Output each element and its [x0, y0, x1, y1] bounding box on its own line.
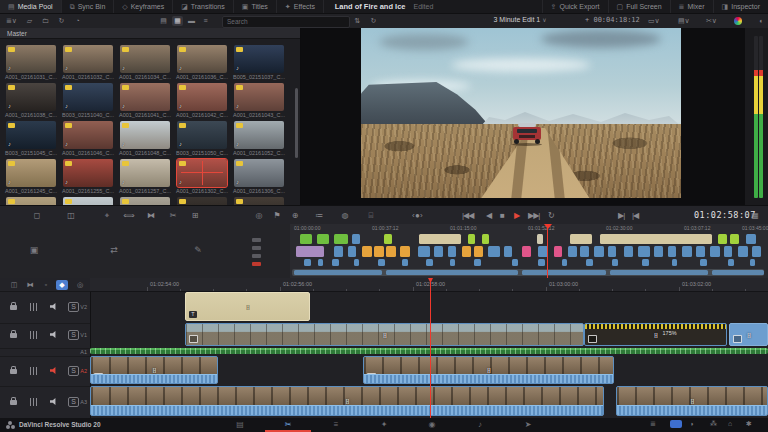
overview-clip-block[interactable]: [488, 246, 500, 257]
overview-clip-block[interactable]: [724, 246, 732, 257]
color-pinwheel-icon[interactable]: [734, 17, 742, 25]
overview-clip-block[interactable]: [378, 259, 385, 266]
overview-clip-block[interactable]: [696, 246, 705, 257]
solo-button[interactable]: S: [68, 302, 79, 312]
overview-audio-seg[interactable]: [610, 270, 708, 275]
media-clip[interactable]: ♪: [6, 159, 56, 187]
timeline-options-icon[interactable]: ≔: [312, 209, 326, 222]
media-clip[interactable]: ♪: [234, 45, 284, 73]
mute-speaker-icon[interactable]: [50, 331, 58, 338]
fader-icon[interactable]: [30, 303, 38, 311]
overview-clip-block[interactable]: [386, 246, 396, 257]
home-icon[interactable]: ⌂: [728, 420, 732, 427]
monitor-overlay-icon[interactable]: ▭∨: [648, 16, 659, 26]
trim-icon[interactable]: ⌖: [100, 209, 114, 222]
solo-button[interactable]: S: [68, 397, 79, 407]
video-frame[interactable]: [361, 28, 681, 198]
overview-clip-block[interactable]: [554, 246, 562, 257]
overview-audio-seg[interactable]: [386, 270, 518, 275]
clip-box-icon[interactable]: ◫: [8, 280, 20, 290]
camera-icon[interactable]: ⌸: [364, 209, 378, 222]
media-clip[interactable]: ♪: [177, 45, 227, 73]
media-clip[interactable]: ♪: [234, 159, 284, 187]
media-clip[interactable]: ♪: [6, 83, 56, 111]
mute-speaker-icon[interactable]: [50, 367, 58, 374]
overview-clip-block[interactable]: [384, 234, 392, 244]
track-indicator[interactable]: [252, 246, 261, 250]
overview-clip-block[interactable]: [672, 259, 677, 266]
overview-clip-block[interactable]: [374, 246, 384, 257]
overview-clip-block[interactable]: [700, 259, 707, 266]
audio-speaker-icon[interactable]: ◖: [755, 16, 766, 26]
overview-clip-block[interactable]: [426, 259, 433, 266]
overview-clip-block[interactable]: [538, 259, 545, 266]
lock-icon[interactable]: [10, 400, 17, 405]
overview-clip-block[interactable]: [352, 234, 360, 244]
timeline-clip-music[interactable]: [90, 348, 768, 354]
overview-audio-seg[interactable]: [712, 270, 764, 275]
overview-clip-block[interactable]: [562, 259, 567, 266]
settings-gear-icon[interactable]: ✱: [746, 420, 752, 428]
media-clip[interactable]: ♪: [63, 121, 113, 149]
overview-clip-block[interactable]: [296, 246, 324, 257]
refresh-icon[interactable]: ↻: [368, 16, 379, 26]
scissors-icon[interactable]: ✂∨: [706, 16, 717, 26]
trim-mode-icon[interactable]: ⧓: [24, 280, 36, 290]
overview-clip-block[interactable]: [462, 246, 471, 257]
timeline-clip-video[interactable]: [-]: [185, 323, 584, 346]
media-clip[interactable]: ♪: [6, 45, 56, 73]
loop-button[interactable]: ↻: [548, 209, 554, 222]
nav-sync-bin[interactable]: ⧉Sync Bin: [62, 0, 115, 13]
timeline-clip-avclip[interactable]: [-]: [363, 356, 614, 384]
overview-clip-block[interactable]: [334, 234, 348, 244]
overview-clip-block[interactable]: [750, 259, 755, 266]
go-first-button[interactable]: |◀◀: [462, 209, 473, 222]
media-clip[interactable]: ♪: [120, 45, 170, 73]
media-clip[interactable]: ♪: [234, 121, 284, 149]
mute-speaker-icon[interactable]: [50, 398, 58, 405]
overview-clip-block[interactable]: [300, 234, 312, 244]
timeline-clip-speed[interactable]: 175%[-]: [584, 323, 727, 346]
flag-icon[interactable]: ⚑: [270, 209, 284, 222]
page-fairlight[interactable]: ♪: [469, 419, 491, 431]
track-header-a2[interactable]: SA2: [0, 356, 90, 387]
track-indicator[interactable]: [252, 254, 261, 258]
timeline-ruler[interactable]: 01:02:54:0001:02:56:0001:02:58:0001:03:0…: [90, 278, 768, 292]
metadata-view-icon[interactable]: ≡: [200, 16, 211, 26]
overview-clip-block[interactable]: [354, 259, 359, 266]
media-clip[interactable]: ♪: [234, 197, 284, 205]
track-indicator[interactable]: [252, 238, 261, 242]
timeline-playhead[interactable]: [430, 278, 431, 418]
insert-icon[interactable]: ⊞: [188, 209, 202, 222]
lock-icon[interactable]: [10, 333, 17, 338]
lock-icon[interactable]: [10, 305, 17, 310]
nav-media-pool[interactable]: ▤Media Pool: [0, 0, 62, 13]
nav-mixer[interactable]: ≣Mixer: [670, 0, 713, 13]
overview-clip-block[interactable]: [586, 259, 593, 266]
media-clip[interactable]: ♪: [177, 83, 227, 111]
media-clip[interactable]: ♪: [177, 159, 227, 187]
overview-clip-block[interactable]: [580, 246, 589, 257]
overview-clip-block[interactable]: [418, 246, 430, 257]
roll-icon[interactable]: ⟺: [122, 209, 136, 222]
overview-clip-block[interactable]: [710, 246, 720, 257]
overview-clip-block[interactable]: [752, 246, 761, 257]
page-deliver[interactable]: ➤: [517, 419, 539, 431]
overview-clip-block[interactable]: [419, 234, 461, 244]
nav-transitions[interactable]: ◪Transitions: [173, 0, 234, 13]
media-clip[interactable]: ♪: [63, 83, 113, 111]
stack-icon[interactable]: ≣: [650, 420, 656, 428]
timeline-clip-avclip[interactable]: [-]: [90, 386, 604, 416]
overview-clip-block[interactable]: [304, 259, 311, 266]
media-clip[interactable]: ♪: [177, 197, 227, 205]
overview-clip-block[interactable]: [608, 246, 616, 257]
play-button[interactable]: ▶: [514, 209, 519, 222]
track-header-a3[interactable]: SA3: [0, 386, 90, 419]
overview-clip-block[interactable]: [718, 234, 727, 244]
media-clip[interactable]: ♪: [120, 159, 170, 187]
track-area[interactable]: 01:02:54:0001:02:56:0001:02:58:0001:03:0…: [90, 278, 768, 418]
overview-clip-block[interactable]: [738, 246, 748, 257]
pen-icon[interactable]: ✎: [190, 242, 206, 258]
lock-icon[interactable]: [10, 369, 17, 374]
nav-effects[interactable]: ✦Effects: [277, 0, 324, 13]
